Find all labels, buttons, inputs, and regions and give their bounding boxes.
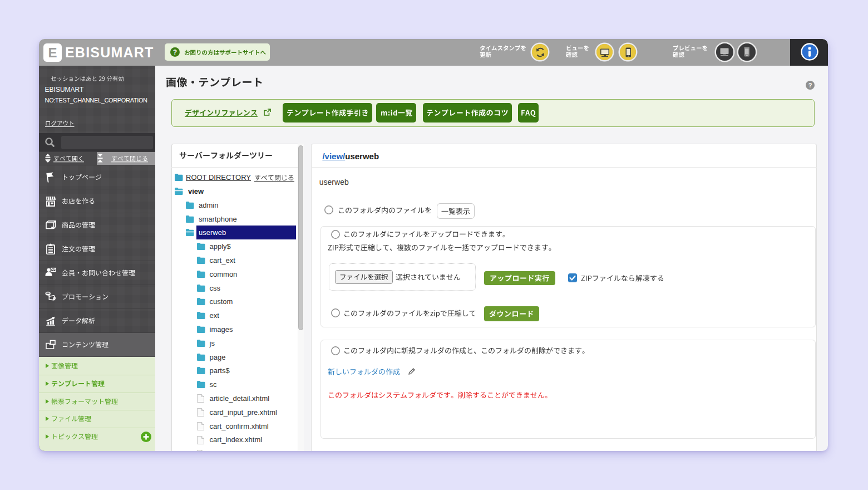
svg-text:?: ? [173, 48, 177, 56]
svg-text:?: ? [808, 82, 812, 89]
